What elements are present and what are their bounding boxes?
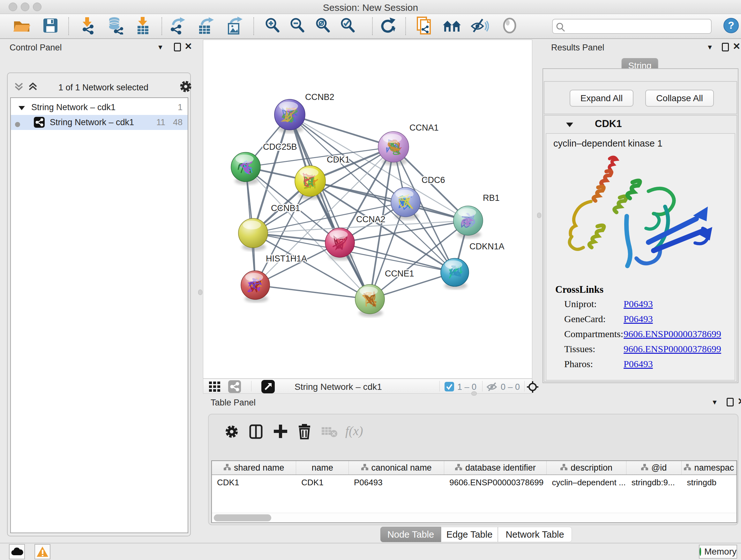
network-canvas[interactable]: CCNB2CCNA1CDC25BCDK1CDC6RB1CCNB1CCNA2CDK… xyxy=(203,40,532,379)
delete-table-button[interactable]: ✕ xyxy=(321,425,338,439)
string-import-button[interactable] xyxy=(416,16,433,37)
tab-node-table[interactable]: Node Table xyxy=(381,527,441,542)
table-panel-float-button[interactable] xyxy=(727,398,734,407)
create-column-button[interactable] xyxy=(273,424,288,440)
right-splitter-handle[interactable] xyxy=(537,212,541,218)
network-view-toolbar: String Network – cdk1 1 – 0 0 – 0 xyxy=(203,379,532,394)
zoom-selected-button[interactable] xyxy=(339,17,356,36)
expand-all-networks-button[interactable] xyxy=(27,81,38,94)
crosslink-label: Uniprot: xyxy=(564,299,597,309)
save-session-button[interactable] xyxy=(43,17,58,35)
table-row[interactable]: CDK1CDK1P064939606.ENSP00000378699cyclin… xyxy=(212,476,737,489)
import-table-button[interactable] xyxy=(135,16,151,36)
birds-eye-view-button[interactable] xyxy=(502,17,518,36)
network-options-gear-button[interactable] xyxy=(179,79,193,95)
svg-text:?: ? xyxy=(728,19,734,31)
crosslink-value-link[interactable]: 9606.ENSP00000378699 xyxy=(623,328,721,339)
node-gloss xyxy=(246,273,263,282)
network-edge-count: 48 xyxy=(173,118,183,127)
network-collection-row[interactable]: String Network – cdk1 1 xyxy=(11,100,188,115)
left-splitter-handle[interactable] xyxy=(198,290,202,295)
import-network-button[interactable] xyxy=(80,17,97,36)
horizontal-scrollbar[interactable] xyxy=(212,513,737,522)
network-edge-HIST1H1A-CCNE1[interactable] xyxy=(255,285,370,299)
column-tree-icon xyxy=(560,463,567,473)
crosslink-label: GeneCard: xyxy=(564,314,606,324)
zoom-fit-button[interactable] xyxy=(314,17,332,36)
crosslinks-title: CrossLinks xyxy=(555,284,603,295)
collapse-all-networks-button[interactable] xyxy=(13,81,24,94)
entry-collapse-arrow[interactable] xyxy=(565,121,574,129)
help-icon: ? xyxy=(723,17,739,34)
import-network-from-database-button[interactable] xyxy=(107,17,125,36)
crosslink-value-link[interactable]: 9606.ENSP00000378699 xyxy=(623,344,721,354)
network-edge-CCNB2-CCNA1[interactable] xyxy=(290,115,394,147)
zoom-out-button[interactable] xyxy=(289,17,306,36)
search-input[interactable] xyxy=(567,21,708,32)
collection-collapse-arrow[interactable] xyxy=(18,104,25,113)
function-builder-button[interactable]: f(x) xyxy=(345,423,363,438)
memory-button[interactable]: Memory xyxy=(699,545,737,559)
network-row[interactable]: String Network – cdk1 11 48 xyxy=(11,115,188,130)
node-label-RB1: RB1 xyxy=(483,193,500,203)
detach-view-button[interactable] xyxy=(261,380,275,395)
hidden-eye-icon[interactable] xyxy=(486,382,499,393)
results-panel-close-button[interactable]: ✕ xyxy=(733,41,740,52)
results-panel-float-button[interactable] xyxy=(722,43,729,51)
grid-view-button[interactable] xyxy=(209,381,220,393)
column-header-name[interactable]: name xyxy=(296,461,349,475)
node-entry-header[interactable]: CDK1 xyxy=(544,116,737,133)
string-home-button[interactable] xyxy=(442,18,462,34)
apply-layout-button[interactable] xyxy=(379,17,396,36)
fit-selected-crosshair-button[interactable] xyxy=(526,381,539,395)
column-header-shared-name[interactable]: shared name xyxy=(212,461,296,475)
table-cell: CDK1 xyxy=(296,476,349,489)
table-panel-close-button[interactable]: ✕ xyxy=(738,396,741,407)
network-selection-status: 1 of 1 Network selected xyxy=(46,83,161,92)
delete-column-button[interactable] xyxy=(297,423,312,441)
crosslink-value-link[interactable]: P06493 xyxy=(623,359,653,369)
column-header-label: name xyxy=(312,463,333,473)
expand-all-button[interactable]: Expand All xyxy=(569,90,633,107)
open-session-button[interactable] xyxy=(12,17,31,35)
results-panel-menu-button[interactable]: ▼ xyxy=(706,44,713,51)
cloud-icon xyxy=(10,547,23,557)
control-panel-float-button[interactable] xyxy=(174,43,181,51)
export-table-button[interactable] xyxy=(197,17,214,36)
table-panel-title: Table Panel xyxy=(211,398,256,408)
network-view-type-button[interactable] xyxy=(228,380,241,394)
tab-edge-table[interactable]: Edge Table xyxy=(441,527,498,542)
control-panel-menu-button[interactable]: ▼ xyxy=(157,44,164,51)
network-type-icon xyxy=(34,117,45,130)
zoom-out-icon xyxy=(289,17,306,34)
memory-label: Memory xyxy=(704,547,737,557)
scrollbar-thumb[interactable] xyxy=(214,514,271,521)
selected-checkbox-icon[interactable] xyxy=(445,382,454,393)
string-document-icon xyxy=(416,16,433,35)
help-button[interactable]: ? xyxy=(723,17,739,35)
tab-network-table[interactable]: Network Table xyxy=(498,527,572,542)
column-header-namespac[interactable]: namespac xyxy=(682,461,737,475)
search-box xyxy=(552,19,712,34)
cloud-status-button[interactable] xyxy=(9,544,25,559)
zoom-in-button[interactable] xyxy=(264,17,281,36)
collapse-all-button[interactable]: Collapse All xyxy=(645,90,714,107)
warnings-button[interactable] xyxy=(35,544,51,559)
network-edge-CCNB2-CCNE1[interactable] xyxy=(290,115,370,299)
column-header--id[interactable]: @id xyxy=(626,461,682,475)
node-gloss xyxy=(279,102,298,111)
export-network-button[interactable] xyxy=(169,17,186,36)
crosslink-value-link[interactable]: P06493 xyxy=(623,299,653,309)
crosslink-value-link[interactable]: P06493 xyxy=(623,314,653,324)
table-panel-menu-button[interactable]: ▼ xyxy=(711,398,718,406)
export-image-button[interactable] xyxy=(225,17,243,36)
table-settings-gear-button[interactable] xyxy=(224,424,239,441)
enhanced-graphics-toggle-button[interactable] xyxy=(470,17,489,35)
footer-separator xyxy=(251,381,252,391)
show-columns-button[interactable] xyxy=(249,424,264,441)
column-header-database-identifier[interactable]: database identifier xyxy=(444,461,547,475)
crosslink-row: Tissues:9606.ENSP00000378699 xyxy=(564,344,595,354)
column-header-description[interactable]: description xyxy=(547,461,626,475)
control-panel-close-button[interactable]: ✕ xyxy=(185,41,192,52)
column-header-canonical-name[interactable]: canonical name xyxy=(349,461,444,475)
